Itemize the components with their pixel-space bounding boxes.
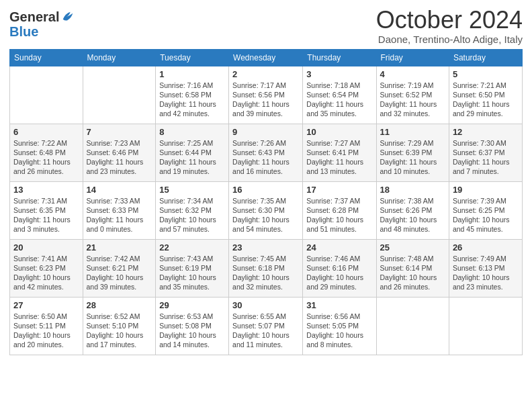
page: General Blue October 2024 Daone, Trentin… (0, 0, 532, 362)
day-number: 12 (453, 127, 519, 137)
calendar-cell: 6Sunrise: 7:22 AM Sunset: 6:48 PM Daylig… (10, 124, 83, 181)
day-number: 4 (380, 69, 445, 79)
calendar-cell: 2Sunrise: 7:17 AM Sunset: 6:56 PM Daylig… (229, 66, 303, 124)
day-info: Sunrise: 7:43 AM Sunset: 6:19 PM Dayligh… (159, 254, 225, 292)
day-info: Sunrise: 7:37 AM Sunset: 6:28 PM Dayligh… (306, 196, 372, 234)
calendar-cell: 17Sunrise: 7:37 AM Sunset: 6:28 PM Dayli… (303, 181, 376, 239)
calendar-cell: 11Sunrise: 7:29 AM Sunset: 6:39 PM Dayli… (376, 124, 449, 181)
day-number: 23 (232, 242, 299, 253)
header: General Blue October 2024 Daone, Trentin… (9, 7, 523, 45)
day-number: 17 (306, 185, 372, 195)
day-info: Sunrise: 7:18 AM Sunset: 6:54 PM Dayligh… (306, 81, 372, 119)
weekday-header-monday: Monday (83, 49, 156, 66)
day-info: Sunrise: 7:35 AM Sunset: 6:30 PM Dayligh… (232, 196, 299, 234)
day-number: 13 (13, 185, 79, 195)
calendar-cell: 21Sunrise: 7:42 AM Sunset: 6:21 PM Dayli… (83, 239, 156, 297)
day-number: 5 (453, 69, 519, 79)
calendar-cell: 8Sunrise: 7:25 AM Sunset: 6:44 PM Daylig… (156, 124, 229, 181)
day-info: Sunrise: 7:25 AM Sunset: 6:44 PM Dayligh… (159, 138, 225, 177)
day-number: 31 (306, 300, 372, 310)
day-info: Sunrise: 7:49 AM Sunset: 6:13 PM Dayligh… (453, 254, 519, 292)
calendar-cell: 28Sunrise: 6:52 AM Sunset: 5:10 PM Dayli… (83, 297, 156, 355)
day-info: Sunrise: 7:27 AM Sunset: 6:41 PM Dayligh… (306, 138, 372, 177)
day-info: Sunrise: 7:22 AM Sunset: 6:48 PM Dayligh… (13, 138, 79, 177)
calendar-cell: 13Sunrise: 7:31 AM Sunset: 6:35 PM Dayli… (10, 181, 83, 239)
logo: General Blue (9, 9, 75, 39)
calendar-cell: 7Sunrise: 7:23 AM Sunset: 6:46 PM Daylig… (83, 124, 156, 181)
day-number: 28 (87, 300, 152, 310)
logo-bird-icon (60, 9, 75, 24)
day-info: Sunrise: 7:33 AM Sunset: 6:33 PM Dayligh… (87, 196, 152, 234)
calendar-cell (10, 66, 83, 124)
weekday-header-friday: Friday (376, 49, 449, 66)
day-number: 16 (232, 185, 299, 195)
title-block: October 2024 Daone, Trentino-Alto Adige,… (376, 7, 523, 45)
calendar-week-5: 27Sunrise: 6:50 AM Sunset: 5:11 PM Dayli… (10, 297, 523, 355)
day-info: Sunrise: 7:45 AM Sunset: 6:18 PM Dayligh… (232, 254, 299, 292)
day-info: Sunrise: 7:26 AM Sunset: 6:43 PM Dayligh… (232, 138, 299, 177)
calendar-cell (376, 297, 449, 355)
day-info: Sunrise: 7:21 AM Sunset: 6:50 PM Dayligh… (453, 81, 519, 119)
day-info: Sunrise: 6:53 AM Sunset: 5:08 PM Dayligh… (159, 312, 225, 350)
day-number: 8 (159, 127, 225, 137)
calendar-cell: 24Sunrise: 7:46 AM Sunset: 6:16 PM Dayli… (303, 239, 376, 297)
calendar-week-3: 13Sunrise: 7:31 AM Sunset: 6:35 PM Dayli… (10, 181, 523, 239)
calendar-cell (449, 297, 522, 355)
day-info: Sunrise: 7:29 AM Sunset: 6:39 PM Dayligh… (380, 138, 445, 177)
day-number: 24 (306, 242, 372, 253)
day-info: Sunrise: 7:42 AM Sunset: 6:21 PM Dayligh… (87, 254, 152, 292)
day-number: 15 (159, 185, 225, 195)
calendar-cell: 15Sunrise: 7:34 AM Sunset: 6:32 PM Dayli… (156, 181, 229, 239)
day-info: Sunrise: 7:46 AM Sunset: 6:16 PM Dayligh… (306, 254, 372, 292)
day-info: Sunrise: 7:48 AM Sunset: 6:14 PM Dayligh… (380, 254, 445, 292)
day-info: Sunrise: 7:30 AM Sunset: 6:37 PM Dayligh… (453, 138, 519, 177)
weekday-header-thursday: Thursday (303, 49, 376, 66)
day-info: Sunrise: 6:52 AM Sunset: 5:10 PM Dayligh… (87, 312, 152, 350)
day-info: Sunrise: 7:41 AM Sunset: 6:23 PM Dayligh… (13, 254, 79, 292)
day-number: 18 (380, 185, 445, 195)
day-info: Sunrise: 7:39 AM Sunset: 6:25 PM Dayligh… (453, 196, 519, 234)
calendar-cell: 1Sunrise: 7:16 AM Sunset: 6:58 PM Daylig… (156, 66, 229, 124)
day-number: 30 (232, 300, 299, 310)
day-number: 27 (13, 300, 79, 310)
calendar-cell: 31Sunrise: 6:56 AM Sunset: 5:05 PM Dayli… (303, 297, 376, 355)
calendar-table: SundayMondayTuesdayWednesdayThursdayFrid… (9, 49, 523, 355)
logo-blue: Blue (9, 24, 38, 39)
day-number: 25 (380, 242, 445, 253)
weekday-header-tuesday: Tuesday (156, 49, 229, 66)
calendar-cell: 30Sunrise: 6:55 AM Sunset: 5:07 PM Dayli… (229, 297, 303, 355)
month-title: October 2024 (376, 7, 523, 34)
weekday-header-wednesday: Wednesday (229, 49, 303, 66)
calendar-cell: 14Sunrise: 7:33 AM Sunset: 6:33 PM Dayli… (83, 181, 156, 239)
day-number: 3 (306, 69, 372, 79)
day-number: 7 (87, 127, 152, 137)
day-number: 26 (453, 242, 519, 253)
day-number: 29 (159, 300, 225, 310)
day-info: Sunrise: 7:17 AM Sunset: 6:56 PM Dayligh… (232, 81, 299, 119)
day-number: 9 (232, 127, 299, 137)
calendar-cell (83, 66, 156, 124)
day-number: 21 (87, 242, 152, 253)
calendar-cell: 27Sunrise: 6:50 AM Sunset: 5:11 PM Dayli… (10, 297, 83, 355)
logo-general: General (9, 9, 59, 24)
calendar-cell: 29Sunrise: 6:53 AM Sunset: 5:08 PM Dayli… (156, 297, 229, 355)
calendar-cell: 5Sunrise: 7:21 AM Sunset: 6:50 PM Daylig… (449, 66, 522, 124)
day-info: Sunrise: 7:38 AM Sunset: 6:26 PM Dayligh… (380, 196, 445, 234)
day-number: 2 (232, 69, 299, 79)
day-number: 14 (87, 185, 152, 195)
calendar-week-1: 1Sunrise: 7:16 AM Sunset: 6:58 PM Daylig… (10, 66, 523, 124)
calendar-week-4: 20Sunrise: 7:41 AM Sunset: 6:23 PM Dayli… (10, 239, 523, 297)
day-info: Sunrise: 6:55 AM Sunset: 5:07 PM Dayligh… (232, 312, 299, 350)
day-info: Sunrise: 7:23 AM Sunset: 6:46 PM Dayligh… (87, 138, 152, 177)
calendar-week-2: 6Sunrise: 7:22 AM Sunset: 6:48 PM Daylig… (10, 124, 523, 181)
day-number: 10 (306, 127, 372, 137)
calendar-cell: 12Sunrise: 7:30 AM Sunset: 6:37 PM Dayli… (449, 124, 522, 181)
day-number: 6 (13, 127, 79, 137)
location-subtitle: Daone, Trentino-Alto Adige, Italy (376, 34, 523, 45)
day-info: Sunrise: 7:19 AM Sunset: 6:52 PM Dayligh… (380, 81, 445, 119)
calendar-cell: 3Sunrise: 7:18 AM Sunset: 6:54 PM Daylig… (303, 66, 376, 124)
calendar-cell: 9Sunrise: 7:26 AM Sunset: 6:43 PM Daylig… (229, 124, 303, 181)
calendar-cell: 26Sunrise: 7:49 AM Sunset: 6:13 PM Dayli… (449, 239, 522, 297)
calendar-cell: 4Sunrise: 7:19 AM Sunset: 6:52 PM Daylig… (376, 66, 449, 124)
day-number: 11 (380, 127, 445, 137)
